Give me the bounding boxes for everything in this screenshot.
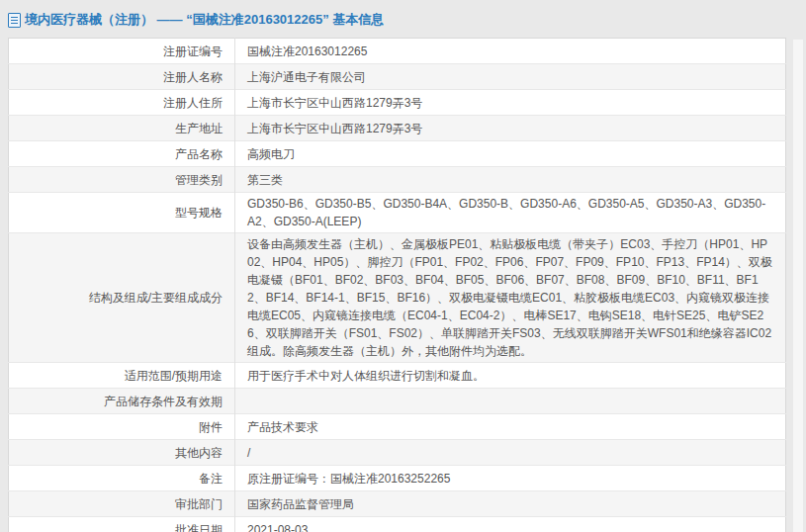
table-row: 备注原注册证编号：国械注准20163252265 <box>9 466 786 491</box>
field-value: 设备由高频发生器（主机）、金属极板PE01、粘贴极板电缆（带夹子）EC03、手控… <box>235 233 786 363</box>
field-label: 型号规格 <box>9 193 235 233</box>
field-value: / <box>235 440 786 466</box>
scrollbar-track[interactable] <box>793 40 803 532</box>
field-label: 批准日期 <box>9 517 235 532</box>
field-label: 结构及组成/主要组成成分 <box>9 233 235 363</box>
field-value: 原注册证编号：国械注准20163252265 <box>235 466 786 491</box>
field-label: 注册人名称 <box>9 64 235 90</box>
table-row: 注册人住所上海市长宁区中山西路1279弄3号 <box>9 90 786 116</box>
table-row: 注册人名称上海沪通电子有限公司 <box>9 64 786 90</box>
field-value: 国械注准20163012265 <box>235 39 786 64</box>
field-value: 上海市长宁区中山西路1279弄3号 <box>235 90 786 116</box>
table-row: 审批部门国家药品监督管理局 <box>9 491 786 517</box>
table-row: 产品名称高频电刀 <box>9 141 786 167</box>
table-row: 结构及组成/主要组成成分设备由高频发生器（主机）、金属极板PE01、粘贴极板电缆… <box>9 233 786 363</box>
table-row: 生产地址上海市长宁区中山西路1279弄3号 <box>9 116 786 141</box>
field-value: 用于医疗手术中对人体组织进行切割和凝血。 <box>235 363 786 389</box>
device-info-table-body: 注册证编号国械注准20163012265注册人名称上海沪通电子有限公司注册人住所… <box>9 39 786 532</box>
field-label: 适用范围/预期用途 <box>9 363 235 389</box>
table-row: 型号规格GD350-B6、GD350-B5、GD350-B4A、GD350-B、… <box>9 193 786 233</box>
table-row: 管理类别第三类 <box>9 167 786 193</box>
table-row: 附件产品技术要求 <box>9 414 786 440</box>
table-row: 产品储存条件及有效期 <box>9 389 786 414</box>
field-value: 高频电刀 <box>235 141 786 167</box>
field-value: 产品技术要求 <box>235 414 786 440</box>
field-value <box>235 389 786 414</box>
field-label: 注册证编号 <box>9 39 235 64</box>
field-label: 其他内容 <box>9 440 235 466</box>
page-title: 境内医疗器械（注册） —— “国械注准20163012265” 基本信息 <box>25 11 384 29</box>
field-value: 第三类 <box>235 167 786 193</box>
page-header: 境内医疗器械（注册） —— “国械注准20163012265” 基本信息 <box>0 0 806 38</box>
field-label: 管理类别 <box>9 167 235 193</box>
field-label: 生产地址 <box>9 116 235 141</box>
field-label: 产品储存条件及有效期 <box>9 389 235 414</box>
field-label: 产品名称 <box>9 141 235 167</box>
field-value: 上海沪通电子有限公司 <box>235 64 786 90</box>
table-row: 其他内容/ <box>9 440 786 466</box>
field-label: 审批部门 <box>9 491 235 517</box>
device-info-table: 注册证编号国械注准20163012265注册人名称上海沪通电子有限公司注册人住所… <box>8 38 786 532</box>
table-row: 注册证编号国械注准20163012265 <box>9 39 786 64</box>
table-row: 适用范围/预期用途用于医疗手术中对人体组织进行切割和凝血。 <box>9 363 786 389</box>
field-label: 注册人住所 <box>9 90 235 116</box>
field-label: 备注 <box>9 466 235 491</box>
field-value: 国家药品监督管理局 <box>235 491 786 517</box>
field-value: GD350-B6、GD350-B5、GD350-B4A、GD350-B、GD35… <box>235 193 786 233</box>
registration-detail-page: 境内医疗器械（注册） —— “国械注准20163012265” 基本信息 注册证… <box>0 0 806 532</box>
document-icon <box>8 13 21 28</box>
field-value: 上海市长宁区中山西路1279弄3号 <box>235 116 786 141</box>
table-row: 批准日期2021-08-03 <box>9 517 786 532</box>
field-value: 2021-08-03 <box>235 517 786 532</box>
field-label: 附件 <box>9 414 235 440</box>
